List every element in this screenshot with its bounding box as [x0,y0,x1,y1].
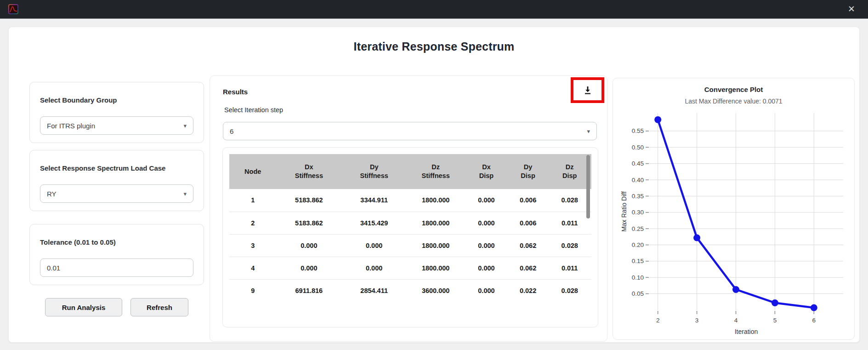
tolerance-label: Tolerance (0.01 to 0.05) [40,238,193,246]
chevron-down-icon: ▾ [183,122,187,129]
table-cell: 1800.000 [407,189,465,212]
svg-text:2: 2 [656,317,660,324]
table-cell: 9 [229,279,276,302]
table-cell: 0.028 [548,189,591,212]
table-header-cell: DzStiffness [407,154,465,189]
table-cell: 1800.000 [407,234,465,257]
table-cell: 0.000 [276,234,341,257]
svg-text:0.45: 0.45 [632,160,644,167]
svg-text:0.35: 0.35 [632,193,644,200]
tolerance-card: Tolerance (0.01 to 0.05) [29,224,204,285]
main-panel: Iterative Response Spectrum Select Bound… [8,27,860,343]
chart-point [772,299,778,306]
convergence-plot-panel: Convergence Plot Last Max Difference val… [613,78,855,340]
table-cell: 3415.429 [341,212,407,234]
load-case-label: Select Response Spectrum Load Case [40,164,193,172]
svg-text:0.40: 0.40 [632,177,644,184]
table-cell: 0.000 [465,234,508,257]
svg-text:0.50: 0.50 [632,144,644,151]
table-cell: 0.000 [465,212,508,234]
chevron-down-icon: ▾ [183,190,187,197]
x-axis-label: Iteration [735,328,758,335]
table-cell: 0.062 [508,234,548,257]
table-cell: 0.062 [508,257,548,279]
svg-text:0.20: 0.20 [632,241,644,248]
table-cell: 0.000 [341,234,407,257]
table-cell: 2 [229,212,276,234]
svg-text:0.10: 0.10 [632,274,644,281]
table-header-cell: DxDisp [465,154,508,189]
chart-title: Convergence Plot [613,86,854,93]
boundary-group-select[interactable]: For ITRS plugin ▾ [40,116,193,135]
results-title: Results [223,88,248,96]
chevron-down-icon: ▾ [587,128,590,135]
svg-text:0.25: 0.25 [632,225,644,232]
iteration-step-select[interactable]: 6 ▾ [223,122,597,140]
results-panel: Results Select Iteration step 6 ▾ NodeDx… [210,75,607,342]
action-buttons-row: Run Analysis Refresh [29,298,204,316]
table-cell: 6911.816 [276,279,341,302]
app-logo-icon [8,4,18,14]
svg-text:5: 5 [773,317,777,324]
table-cell: 3600.000 [407,279,465,302]
download-icon [582,85,593,96]
table-cell: 0.006 [508,189,548,212]
page-title: Iterative Response Spectrum [9,40,859,53]
table-cell: 1800.000 [407,212,465,234]
table-cell: 0.000 [465,279,508,302]
run-analysis-button[interactable]: Run Analysis [45,298,122,316]
iteration-step-label: Select Iteration step [224,106,283,114]
chart-point [693,234,700,241]
table-cell: 0.028 [548,279,591,302]
left-controls-column: Select Boundary Group For ITRS plugin ▾ … [29,82,204,316]
table-row: 25183.8623415.4291800.0000.0000.0060.011 [229,212,591,234]
tolerance-field[interactable] [47,264,187,272]
svg-text:0.30: 0.30 [632,209,644,216]
load-case-card: Select Response Spectrum Load Case RY ▾ [29,150,204,211]
results-table: NodeDxStiffnessDyStiffnessDzStiffnessDxD… [229,154,591,302]
boundary-group-label: Select Boundary Group [40,96,193,104]
load-case-value: RY [47,190,57,198]
table-cell: 4 [229,257,276,279]
table-cell: 0.028 [548,234,591,257]
convergence-chart: 234560.050.100.150.200.250.300.350.400.4… [619,108,849,338]
table-header-cell: DyStiffness [341,154,407,189]
table-scrollbar-thumb[interactable] [586,155,590,218]
download-highlight-box [571,77,604,103]
table-cell: 5183.862 [276,189,341,212]
svg-text:0.15: 0.15 [632,258,644,264]
svg-text:0.05: 0.05 [632,290,644,297]
chart-point [811,304,817,311]
table-cell: 0.006 [508,212,548,234]
y-axis-label: Max Ratio Diff [620,191,628,232]
boundary-group-card: Select Boundary Group For ITRS plugin ▾ [29,82,204,143]
table-cell: 0.022 [508,279,548,302]
table-header-cell: DxStiffness [276,154,341,189]
boundary-group-value: For ITRS plugin [47,122,95,130]
table-cell: 3 [229,234,276,257]
table-cell: 3344.911 [341,189,407,212]
refresh-button[interactable]: Refresh [130,298,188,316]
table-cell: 5183.862 [276,212,341,234]
load-case-select[interactable]: RY ▾ [40,184,193,203]
table-header-row: NodeDxStiffnessDyStiffnessDzStiffnessDxD… [229,154,591,189]
results-table-card: NodeDxStiffnessDyStiffnessDzStiffnessDxD… [222,147,598,327]
chart-subtitle: Last Max Difference value: 0.0071 [613,98,854,105]
table-header-cell: DzDisp [548,154,591,189]
table-row: 96911.8162854.4113600.0000.0000.0220.028 [229,279,591,302]
table-header-cell: DyDisp [508,154,548,189]
table-row: 30.0000.0001800.0000.0000.0620.028 [229,234,591,257]
download-button[interactable] [573,80,601,100]
table-header-cell: Node [229,154,276,189]
table-cell: 0.000 [276,257,341,279]
table-cell: 1 [229,189,276,212]
table-cell: 0.011 [548,212,591,234]
table-cell: 0.000 [341,257,407,279]
iteration-step-value: 6 [230,127,233,135]
table-row: 15183.8623344.9111800.0000.0000.0060.028 [229,189,591,212]
close-icon[interactable]: ✕ [845,3,858,15]
svg-text:6: 6 [812,317,816,324]
svg-text:4: 4 [734,317,738,324]
table-cell: 0.000 [465,257,508,279]
window-titlebar: ✕ [0,0,868,18]
